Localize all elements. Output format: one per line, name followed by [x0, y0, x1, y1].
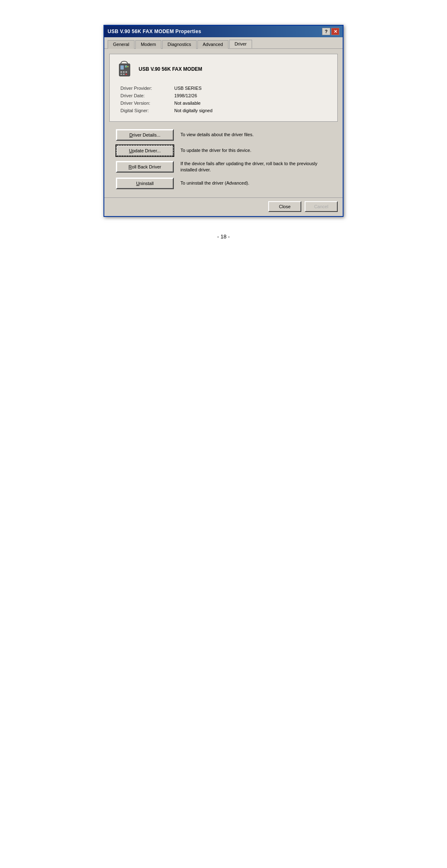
svg-point-10 [127, 66, 129, 67]
tab-advanced[interactable]: Advanced [197, 40, 228, 49]
label-version: Driver Version: [120, 101, 174, 106]
update-driver-label: Update Driver... [129, 148, 161, 153]
uninstall-desc: To uninstall the driver (Advanced). [180, 180, 331, 186]
svg-rect-7 [123, 74, 125, 75]
value-provider: USB SERIES [174, 86, 202, 91]
roll-back-driver-button[interactable]: Roll Back Driver [116, 161, 174, 173]
button-row-update-driver: Update Driver... To update the driver fo… [116, 145, 331, 156]
roll-back-desc: If the device fails after updating the d… [180, 161, 331, 173]
action-buttons-section: Driver Details... To view details about … [109, 126, 338, 192]
svg-rect-3 [120, 71, 122, 73]
button-row-driver-details: Driver Details... To view details about … [116, 129, 331, 141]
svg-rect-6 [120, 74, 122, 75]
label-provider: Driver Provider: [120, 86, 174, 91]
svg-rect-8 [125, 74, 127, 75]
dialog-wrapper: USB V.90 56K FAX MODEM Properties ? ✕ Ge… [103, 25, 344, 240]
tab-modem[interactable]: Modem [135, 40, 161, 49]
modem-icon [117, 60, 132, 78]
title-bar: USB V.90 56K FAX MODEM Properties ? ✕ [104, 26, 343, 37]
label-date: Driver Date: [120, 93, 174, 98]
tabs-row: General Modem Diagnostics Advanced Drive… [104, 37, 343, 49]
tab-general[interactable]: General [108, 40, 135, 49]
info-row-version: Driver Version: Not available [120, 101, 331, 106]
page-number: - 18 - [217, 233, 230, 240]
driver-details-button[interactable]: Driver Details... [116, 129, 174, 141]
button-row-roll-back: Roll Back Driver If the device fails aft… [116, 161, 331, 173]
svg-rect-1 [120, 65, 124, 70]
dialog-body: USB V.90 56K FAX MODEM Driver Provider: … [104, 49, 343, 197]
svg-rect-5 [125, 71, 127, 73]
properties-dialog: USB V.90 56K FAX MODEM Properties ? ✕ Ge… [103, 25, 344, 217]
cancel-button[interactable]: Cancel [305, 201, 338, 212]
tab-driver[interactable]: Driver [229, 40, 252, 48]
title-bar-buttons: ? ✕ [322, 28, 339, 35]
svg-point-9 [126, 66, 127, 67]
help-button[interactable]: ? [322, 28, 330, 35]
roll-back-label: Roll Back Driver [129, 164, 161, 169]
dialog-footer: Close Cancel [104, 197, 343, 216]
close-title-button[interactable]: ✕ [331, 28, 339, 35]
driver-details-desc: To view details about the driver files. [180, 132, 331, 138]
value-signer: Not digitally signed [174, 108, 212, 113]
tab-diagnostics[interactable]: Diagnostics [162, 40, 197, 49]
content-panel: USB V.90 56K FAX MODEM Driver Provider: … [109, 54, 338, 122]
driver-details-label: Driver Details... [129, 132, 160, 137]
info-row-signer: Digital Signer: Not digitally signed [120, 108, 331, 113]
device-icon [116, 60, 133, 78]
button-row-uninstall: Uninstall To uninstall the driver (Advan… [116, 178, 331, 189]
device-name: USB V.90 56K FAX MODEM [139, 66, 202, 72]
info-row-date: Driver Date: 1998/12/26 [120, 93, 331, 98]
value-date: 1998/12/26 [174, 93, 197, 98]
device-header: USB V.90 56K FAX MODEM [116, 60, 331, 78]
svg-rect-4 [123, 71, 125, 73]
dialog-title: USB V.90 56K FAX MODEM Properties [108, 29, 201, 34]
uninstall-button[interactable]: Uninstall [116, 178, 174, 189]
update-driver-button[interactable]: Update Driver... [116, 145, 174, 156]
uninstall-label: Uninstall [136, 181, 154, 186]
value-version: Not available [174, 101, 201, 106]
driver-info-table: Driver Provider: USB SERIES Driver Date:… [120, 86, 331, 113]
close-button[interactable]: Close [268, 201, 301, 212]
info-row-provider: Driver Provider: USB SERIES [120, 86, 331, 91]
label-signer: Digital Signer: [120, 108, 174, 113]
update-driver-desc: To update the driver for this device. [180, 147, 331, 154]
